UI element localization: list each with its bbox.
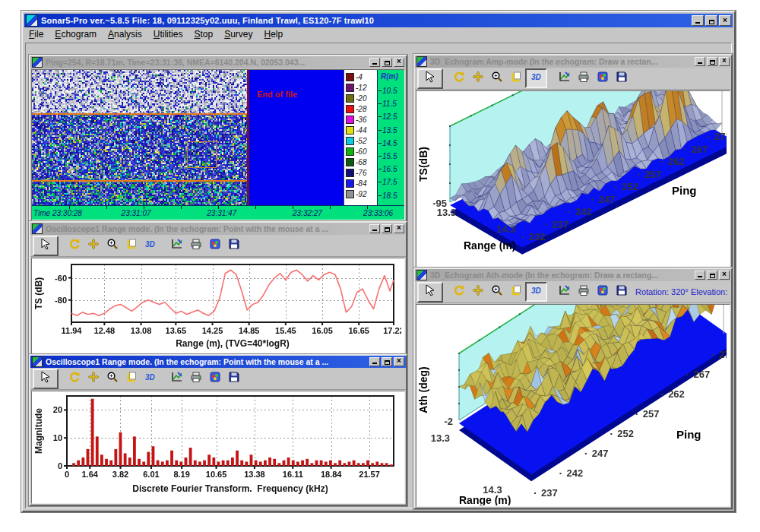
colorbar-swatch bbox=[346, 73, 354, 81]
maximize-button[interactable] bbox=[382, 58, 392, 67]
pan-button[interactable] bbox=[468, 283, 487, 300]
save-button[interactable] bbox=[612, 283, 631, 300]
pan-button[interactable] bbox=[84, 370, 103, 387]
save-button[interactable] bbox=[612, 70, 631, 87]
ath-3d-surface-canvas[interactable] bbox=[416, 305, 727, 505]
menu-stop[interactable]: Stop bbox=[194, 29, 213, 40]
chart-edit-button[interactable] bbox=[167, 237, 186, 254]
oscilloscope-dft-titlebar[interactable]: Oscilloscope1 Range mode. (In the echogr… bbox=[30, 356, 406, 368]
refresh-button[interactable] bbox=[449, 70, 468, 87]
minimize-button[interactable] bbox=[695, 271, 705, 280]
refresh-button[interactable] bbox=[65, 237, 84, 254]
palette-button[interactable] bbox=[593, 70, 612, 87]
close-icon: × bbox=[397, 224, 401, 232]
chart-edit-button[interactable] bbox=[167, 370, 186, 387]
layout-button[interactable] bbox=[122, 237, 141, 254]
print-icon bbox=[190, 238, 202, 253]
close-button[interactable]: × bbox=[394, 224, 404, 233]
minimize-button[interactable] bbox=[695, 57, 705, 66]
chart-edit-button[interactable] bbox=[555, 70, 574, 87]
pointer-button[interactable] bbox=[417, 282, 443, 302]
amp-3d-surface-canvas[interactable] bbox=[416, 91, 727, 267]
print-button[interactable] bbox=[574, 283, 593, 300]
palette-button[interactable] bbox=[205, 237, 224, 254]
layout-button[interactable] bbox=[506, 70, 525, 87]
menu-survey[interactable]: Survey bbox=[224, 29, 252, 40]
pointer-button[interactable] bbox=[33, 236, 59, 256]
menu-analysis[interactable]: Analysis bbox=[108, 29, 142, 40]
chart-edit-button[interactable] bbox=[555, 283, 574, 300]
close-button[interactable]: × bbox=[719, 271, 730, 280]
zoom-button[interactable] bbox=[487, 70, 506, 87]
colorbar-swatch bbox=[346, 179, 354, 188]
echogram-titlebar[interactable]: Ping=254, R=18.71m, Time=23:31:38, NMEA=… bbox=[30, 56, 406, 68]
range-tick-label: 14.5 bbox=[378, 139, 397, 147]
palette-button[interactable] bbox=[593, 283, 612, 300]
3d-button[interactable]: 3D bbox=[141, 370, 160, 387]
pan-button[interactable] bbox=[468, 70, 487, 87]
pointer-button[interactable] bbox=[33, 369, 59, 389]
echogram-canvas[interactable] bbox=[32, 70, 249, 205]
zoom-button[interactable] bbox=[487, 283, 506, 300]
dft-chart-canvas[interactable] bbox=[32, 391, 401, 502]
app-title: Sonar5-Pro ver.~5.8.5 File: 18, 09112325… bbox=[41, 16, 688, 25]
end-of-file-label: End of file bbox=[257, 90, 297, 99]
maximize-button[interactable] bbox=[707, 57, 717, 66]
range-tick-label: 18.5 bbox=[378, 192, 397, 200]
maximize-button[interactable] bbox=[382, 357, 392, 366]
oscilloscope-dft-body bbox=[31, 391, 405, 504]
main-window: Sonar5-Pro ver.~5.8.5 File: 18, 09112325… bbox=[21, 11, 736, 512]
colorbar-swatch bbox=[346, 137, 354, 145]
maximize-button[interactable] bbox=[707, 271, 717, 280]
menu-utilities[interactable]: Utilities bbox=[154, 29, 183, 40]
minimize-button[interactable] bbox=[692, 15, 704, 26]
minimize-button[interactable] bbox=[369, 58, 380, 67]
time-tick-mark bbox=[330, 206, 331, 209]
print-button[interactable] bbox=[574, 70, 593, 87]
echogram-3d-ath-body bbox=[416, 304, 730, 507]
colorbar-value: -4 bbox=[356, 73, 363, 81]
colorbar-value: -44 bbox=[356, 126, 366, 135]
palette-icon bbox=[209, 238, 221, 253]
print-button[interactable] bbox=[186, 237, 205, 254]
main-titlebar[interactable]: Sonar5-Pro ver.~5.8.5 File: 18, 09112325… bbox=[24, 14, 733, 27]
minimize-icon bbox=[698, 276, 702, 277]
print-button[interactable] bbox=[186, 370, 205, 387]
echogram-3d-amp-titlebar[interactable]: 3D_Echogram Amp-mode (In the echogram: D… bbox=[415, 55, 731, 68]
maximize-button[interactable] bbox=[382, 224, 392, 233]
zoom-button[interactable] bbox=[103, 237, 122, 254]
ts-range-chart-canvas[interactable] bbox=[32, 258, 401, 353]
layout-button[interactable] bbox=[122, 370, 141, 387]
layout-button[interactable] bbox=[506, 283, 525, 300]
3d-button[interactable]: 3D bbox=[525, 282, 547, 302]
colorbar-entry: -76 bbox=[344, 167, 377, 178]
close-button[interactable]: × bbox=[394, 58, 404, 67]
minimize-button[interactable] bbox=[369, 357, 380, 366]
zoom-icon bbox=[106, 371, 119, 386]
menu-help[interactable]: Help bbox=[264, 29, 283, 40]
close-button[interactable]: × bbox=[719, 15, 731, 26]
zoom-button[interactable] bbox=[103, 370, 122, 387]
save-button[interactable] bbox=[224, 370, 243, 387]
minimize-button[interactable] bbox=[369, 224, 380, 233]
close-button[interactable]: × bbox=[394, 357, 404, 366]
menu-echogram[interactable]: Echogram bbox=[55, 29, 97, 40]
pan-button[interactable] bbox=[84, 237, 103, 254]
3d-button[interactable]: 3D bbox=[141, 237, 160, 254]
chart-edit-icon bbox=[559, 71, 571, 86]
refresh-button[interactable] bbox=[65, 370, 84, 387]
palette-button[interactable] bbox=[205, 370, 224, 387]
echogram-3d-ath-titlebar[interactable]: 3D_Echogram Ath-mode (In the echogram: D… bbox=[415, 269, 731, 281]
maximize-button[interactable] bbox=[705, 15, 717, 26]
pan-icon bbox=[87, 371, 100, 386]
close-button[interactable]: × bbox=[719, 57, 730, 66]
oscilloscope-ts-titlebar[interactable]: Oscilloscope1 Range mode. (In the echogr… bbox=[30, 223, 406, 235]
pointer-button[interactable] bbox=[417, 68, 443, 89]
save-button[interactable] bbox=[224, 237, 243, 254]
3d-button[interactable]: 3D bbox=[525, 68, 547, 88]
app-icon bbox=[26, 14, 38, 27]
menu-file[interactable]: File bbox=[29, 29, 43, 40]
chart-edit-icon bbox=[171, 371, 183, 386]
colorbar-entry: -28 bbox=[344, 103, 377, 114]
refresh-button[interactable] bbox=[449, 283, 468, 300]
